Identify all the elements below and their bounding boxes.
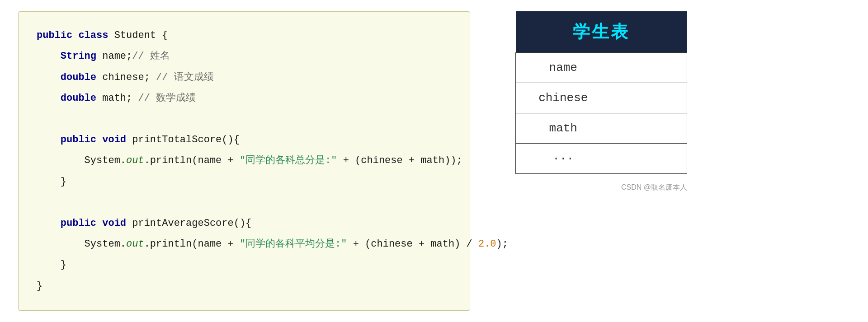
code-line: public class Student {	[37, 25, 452, 46]
table-field-value	[611, 83, 687, 113]
code-block: public class Student { String name;// 姓名…	[18, 11, 470, 310]
code-line: System.out.println(name + "同学的各科总分是:" + …	[37, 150, 452, 171]
table-field-name: name	[516, 53, 611, 83]
table-field-value	[611, 53, 687, 83]
student-table: 学生表 namechinesemath···	[515, 11, 687, 174]
table-field-name: ···	[516, 144, 611, 174]
table-row: chinese	[516, 83, 687, 113]
code-line: System.out.println(name + "同学的各科平均分是:" +…	[37, 234, 452, 255]
code-line: String name;// 姓名	[37, 46, 452, 67]
code-line: double math; // 数学成绩	[37, 88, 452, 109]
main-container: public class Student { String name;// 姓名…	[18, 11, 850, 310]
table-header: 学生表	[516, 11, 687, 53]
code-line: }	[37, 172, 452, 192]
code-line: }	[37, 276, 452, 297]
table-row: name	[516, 53, 687, 83]
watermark: CSDN @取名废本人	[621, 183, 687, 192]
code-line: double chinese; // 语文成绩	[37, 67, 452, 88]
table-field-name: math	[516, 113, 611, 144]
code-line: }	[37, 255, 452, 275]
code-line: public void printAverageScore(){	[37, 213, 452, 234]
code-line: ​	[37, 109, 452, 130]
table-row: ···	[516, 144, 687, 174]
table-field-value	[611, 144, 687, 174]
code-line: ​	[37, 192, 452, 213]
table-field-value	[611, 113, 687, 144]
table-row: math	[516, 113, 687, 144]
code-line: public void printTotalScore(){	[37, 130, 452, 150]
table-field-name: chinese	[516, 83, 611, 113]
table-block: 学生表 namechinesemath··· CSDN @取名废本人	[515, 11, 687, 192]
